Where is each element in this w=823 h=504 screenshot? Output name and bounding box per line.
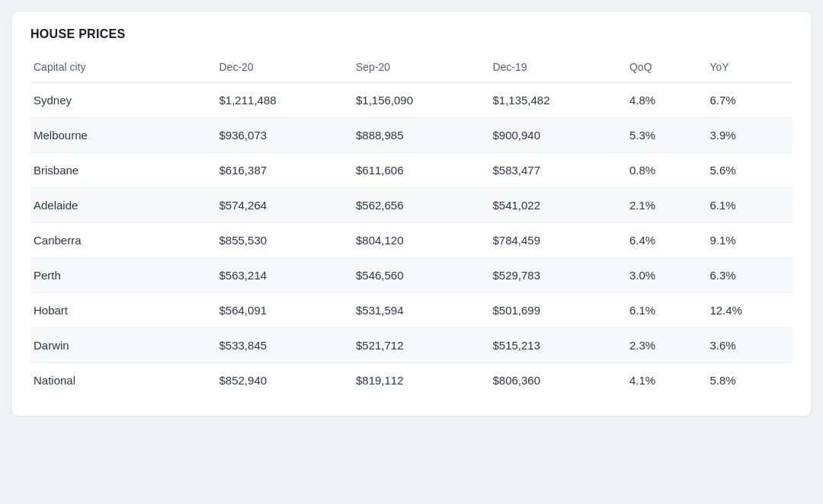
- cell-dec20: $564,091: [210, 293, 347, 328]
- cell-dec20: $616,387: [210, 153, 347, 188]
- cell-city: Brisbane: [30, 153, 210, 188]
- cell-qoq: 2.1%: [620, 188, 700, 223]
- table-body: Sydney$1,211,488$1,156,090$1,135,4824.8%…: [30, 83, 793, 398]
- cell-dec20: $936,073: [210, 118, 347, 153]
- table-row: Melbourne$936,073$888,985$900,9405.3%3.9…: [30, 118, 793, 153]
- column-header-sep20: Sep-20: [347, 53, 483, 83]
- cell-sep20: $562,656: [347, 188, 483, 223]
- cell-qoq: 6.1%: [620, 293, 700, 328]
- table-row: Adelaide$574,264$562,656$541,0222.1%6.1%: [30, 188, 793, 223]
- cell-sep20: $531,594: [347, 293, 483, 328]
- cell-dec19: $541,022: [483, 188, 620, 223]
- cell-city: Hobart: [30, 293, 210, 328]
- cell-yoy: 5.6%: [700, 153, 793, 188]
- table-row: Perth$563,214$546,560$529,7833.0%6.3%: [30, 258, 793, 293]
- cell-qoq: 4.1%: [620, 363, 700, 398]
- cell-yoy: 6.1%: [700, 188, 793, 223]
- cell-dec19: $529,783: [483, 258, 620, 293]
- cell-qoq: 6.4%: [620, 223, 700, 258]
- cell-city: Perth: [30, 258, 210, 293]
- column-header-dec19: Dec-19: [483, 53, 620, 83]
- column-header-city: Capital city: [30, 53, 210, 83]
- cell-city: Canberra: [30, 223, 210, 258]
- cell-dec20: $852,940: [210, 363, 347, 398]
- cell-qoq: 5.3%: [620, 118, 700, 153]
- cell-dec20: $574,264: [210, 188, 347, 223]
- cell-qoq: 2.3%: [620, 328, 700, 363]
- cell-sep20: $819,112: [347, 363, 483, 398]
- cell-yoy: 9.1%: [700, 223, 793, 258]
- price-table: Capital cityDec-20Sep-20Dec-19QoQYoY Syd…: [30, 53, 793, 397]
- table-row: Sydney$1,211,488$1,156,090$1,135,4824.8%…: [30, 83, 793, 118]
- cell-yoy: 5.8%: [700, 363, 793, 398]
- cell-yoy: 6.7%: [700, 83, 793, 118]
- cell-yoy: 12.4%: [700, 293, 793, 328]
- cell-sep20: $546,560: [347, 258, 483, 293]
- cell-yoy: 6.3%: [700, 258, 793, 293]
- table-header-row: Capital cityDec-20Sep-20Dec-19QoQYoY: [30, 53, 793, 83]
- table-row: Brisbane$616,387$611,606$583,4770.8%5.6%: [30, 153, 793, 188]
- cell-sep20: $611,606: [347, 153, 483, 188]
- column-header-yoy: YoY: [700, 53, 793, 83]
- column-header-dec20: Dec-20: [210, 53, 347, 83]
- table-row: Canberra$855,530$804,120$784,4596.4%9.1%: [30, 223, 793, 258]
- table-row: Hobart$564,091$531,594$501,6996.1%12.4%: [30, 293, 793, 328]
- cell-yoy: 3.9%: [700, 118, 793, 153]
- cell-city: National: [30, 363, 210, 398]
- table-title: HOUSE PRICES: [30, 27, 793, 41]
- cell-sep20: $804,120: [347, 223, 483, 258]
- cell-qoq: 4.8%: [620, 83, 700, 118]
- cell-dec19: $806,360: [483, 363, 620, 398]
- cell-city: Darwin: [30, 328, 210, 363]
- cell-dec20: $855,530: [210, 223, 347, 258]
- cell-qoq: 3.0%: [620, 258, 700, 293]
- cell-sep20: $1,156,090: [347, 83, 483, 118]
- cell-dec20: $563,214: [210, 258, 347, 293]
- cell-city: Melbourne: [30, 118, 210, 153]
- cell-dec19: $501,699: [483, 293, 620, 328]
- cell-city: Sydney: [30, 83, 210, 118]
- cell-dec20: $533,845: [210, 328, 347, 363]
- cell-dec19: $583,477: [483, 153, 620, 188]
- cell-sep20: $888,985: [347, 118, 483, 153]
- cell-yoy: 3.6%: [700, 328, 793, 363]
- cell-city: Adelaide: [30, 188, 210, 223]
- column-header-qoq: QoQ: [620, 53, 700, 83]
- cell-sep20: $521,712: [347, 328, 483, 363]
- cell-dec19: $900,940: [483, 118, 620, 153]
- cell-dec20: $1,211,488: [210, 83, 347, 118]
- table-row: National$852,940$819,112$806,3604.1%5.8%: [30, 363, 793, 398]
- cell-dec19: $784,459: [483, 223, 620, 258]
- table-row: Darwin$533,845$521,712$515,2132.3%3.6%: [30, 328, 793, 363]
- cell-qoq: 0.8%: [620, 153, 700, 188]
- cell-dec19: $1,135,482: [483, 83, 620, 118]
- cell-dec19: $515,213: [483, 328, 620, 363]
- house-prices-table: HOUSE PRICES Capital cityDec-20Sep-20Dec…: [12, 12, 811, 416]
